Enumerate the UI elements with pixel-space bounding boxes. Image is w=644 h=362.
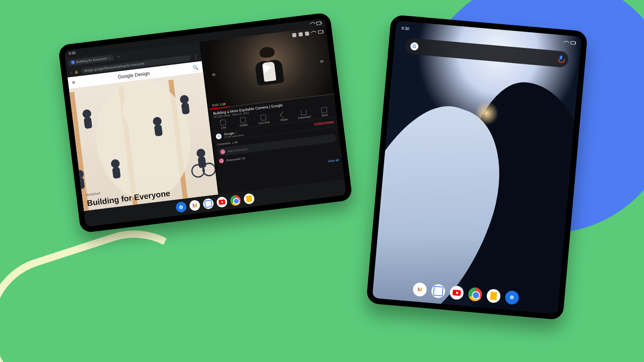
- hero-figures: [69, 72, 218, 211]
- svg-point-5: [82, 109, 92, 119]
- home-icon[interactable]: ⌂: [70, 70, 72, 74]
- lock-icon: 🔒: [74, 70, 78, 74]
- tablet-landscape-screen: 9:30 Building for Everyone × +: [64, 19, 346, 227]
- new-tab-button[interactable]: +: [115, 53, 122, 60]
- chrome-app-icon[interactable]: [468, 287, 483, 302]
- tablet-landscape: 9:30 Building for Everyone × +: [58, 12, 353, 233]
- svg-rect-16: [76, 177, 85, 189]
- youtube-app-icon[interactable]: [449, 285, 464, 300]
- tablet-portrait-screen: 9:30 G M ⚙: [372, 21, 582, 314]
- like-button[interactable]: Like: [213, 119, 234, 130]
- dislike-button[interactable]: Dislike: [233, 116, 254, 128]
- mic-icon[interactable]: [557, 56, 564, 63]
- save-button[interactable]: Save: [314, 106, 335, 118]
- thumbs-up-icon: [220, 119, 226, 126]
- play-icon[interactable]: [263, 63, 272, 73]
- gmail-app-icon[interactable]: M: [189, 200, 200, 211]
- search-icon[interactable]: 🔍: [192, 64, 199, 71]
- wifi-icon: [310, 21, 316, 27]
- svg-rect-10: [154, 125, 163, 137]
- captions-icon[interactable]: [305, 31, 309, 35]
- skip-forward-icon[interactable]: ⟳: [320, 59, 324, 64]
- settings-app-icon[interactable]: ⚙: [175, 201, 187, 213]
- svg-rect-8: [112, 167, 121, 179]
- view-all-link[interactable]: View all: [328, 158, 339, 163]
- youtube-app-icon[interactable]: [216, 196, 228, 208]
- svg-rect-6: [84, 117, 93, 129]
- bg-swoosh: [0, 212, 224, 362]
- skip-back-icon[interactable]: ⟲: [211, 72, 215, 77]
- calendar-app-icon[interactable]: [202, 198, 214, 210]
- settings-app-icon[interactable]: ⚙: [505, 290, 520, 305]
- subscribe-button[interactable]: SUBSCRIBE: [314, 120, 334, 126]
- cast-icon[interactable]: [298, 32, 303, 36]
- hamburger-icon[interactable]: ≡: [72, 80, 76, 86]
- tab-title: Building for Everyone: [76, 56, 107, 64]
- chrome-app-icon[interactable]: [230, 195, 242, 206]
- download-icon: [301, 109, 307, 115]
- svg-point-11: [180, 95, 189, 104]
- site-title: Google Design: [118, 70, 150, 80]
- keep-app-icon[interactable]: [243, 193, 255, 205]
- battery-icon: [318, 30, 323, 33]
- share-icon: [280, 111, 287, 119]
- hero-illustration: Bookshelf Building for Everyone: [69, 72, 218, 211]
- livechat-button[interactable]: Live chat: [253, 113, 275, 125]
- web-page: ≡ Google Design 🔍: [68, 61, 219, 211]
- split-screen: Building for Everyone × + ⌂ 🔒 design.goo…: [65, 27, 345, 211]
- user-avatar-icon: [220, 149, 225, 154]
- gmail-app-icon[interactable]: M: [413, 282, 427, 297]
- commenter-avatar-icon: [219, 158, 224, 163]
- channel-avatar-icon: G: [216, 133, 222, 140]
- chat-icon: [260, 114, 267, 121]
- chrome-pane: Building for Everyone × + ⌂ 🔒 design.goo…: [65, 42, 219, 211]
- svg-point-13: [196, 148, 206, 158]
- status-time: 9:30: [401, 26, 409, 31]
- battery-icon: [571, 41, 576, 45]
- youtube-pane: ⟲ ⟳ 0:12 / 1:28 Building a More Equitabl…: [201, 27, 345, 194]
- download-button[interactable]: Download: [293, 109, 315, 120]
- status-time: 9:30: [68, 51, 76, 56]
- status-icons: [310, 21, 321, 26]
- svg-rect-12: [181, 103, 190, 115]
- google-logo-icon: G: [410, 42, 419, 51]
- battery-icon: [316, 21, 321, 25]
- save-icon: [321, 107, 327, 113]
- comment-placeholder: Add a comment...: [227, 147, 250, 153]
- promo-stage: 9:30 Building for Everyone × +: [0, 0, 644, 362]
- browser-menu-icon[interactable]: ⋮: [193, 54, 199, 60]
- close-tab-icon[interactable]: ×: [108, 56, 110, 60]
- tab-favicon-icon: [71, 60, 75, 64]
- comment-text: Great work! Ty!: [226, 156, 246, 162]
- wallpaper-glow: [473, 100, 500, 126]
- tablet-portrait: 9:30 G M ⚙: [366, 14, 588, 320]
- wifi-icon: [564, 39, 570, 45]
- keep-app-icon[interactable]: [486, 288, 501, 303]
- status-icons: [564, 40, 576, 45]
- calendar-app-icon[interactable]: [431, 284, 446, 298]
- autoplay-icon[interactable]: [292, 33, 297, 37]
- share-button[interactable]: Share: [273, 111, 295, 123]
- thumbs-down-icon: [240, 117, 246, 123]
